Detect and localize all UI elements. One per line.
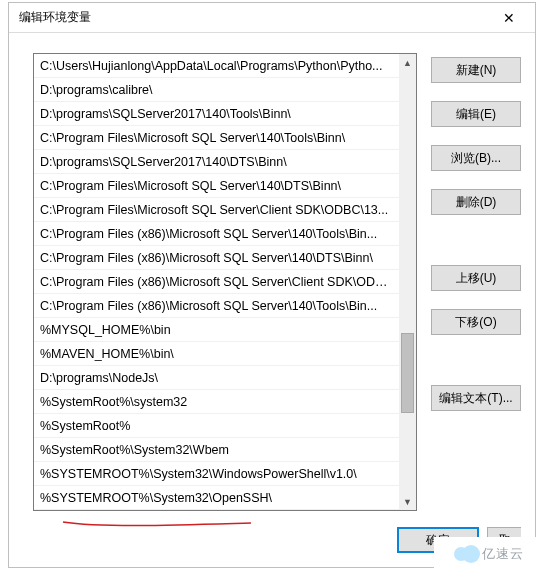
list-item[interactable]: %SystemRoot%\System32\Wbem [34, 438, 399, 462]
list-item[interactable]: D:\programs\mingw64\bin [34, 510, 399, 511]
list-item[interactable]: C:\Program Files (x86)\Microsoft SQL Ser… [34, 246, 399, 270]
list-item[interactable]: %SYSTEMROOT%\System32\OpenSSH\ [34, 486, 399, 510]
path-listbox[interactable]: C:\Users\Hujianlong\AppData\Local\Progra… [33, 53, 417, 511]
titlebar[interactable]: 编辑环境变量 ✕ [9, 3, 535, 33]
dialog-content: C:\Users\Hujianlong\AppData\Local\Progra… [9, 33, 535, 567]
browse-button[interactable]: 浏览(B)... [431, 145, 521, 171]
list-item[interactable]: C:\Program Files\Microsoft SQL Server\Cl… [34, 198, 399, 222]
list-item[interactable]: C:\Program Files (x86)\Microsoft SQL Ser… [34, 222, 399, 246]
scroll-thumb[interactable] [401, 333, 414, 413]
scroll-track[interactable] [399, 71, 416, 493]
move-down-button[interactable]: 下移(O) [431, 309, 521, 335]
list-item[interactable]: D:\programs\calibre\ [34, 78, 399, 102]
edit-button[interactable]: 编辑(E) [431, 101, 521, 127]
watermark: 亿速云 [434, 537, 544, 571]
close-button[interactable]: ✕ [489, 4, 529, 32]
cloud-icon [454, 545, 478, 563]
action-buttons: 新建(N) 编辑(E) 浏览(B)... 删除(D) 上移(U) 下移(O) 编… [431, 53, 521, 511]
delete-button[interactable]: 删除(D) [431, 189, 521, 215]
list-item[interactable]: D:\programs\NodeJs\ [34, 366, 399, 390]
list-item[interactable]: C:\Program Files (x86)\Microsoft SQL Ser… [34, 294, 399, 318]
red-underline-annotation [62, 519, 252, 533]
list-item[interactable]: C:\Program Files\Microsoft SQL Server\14… [34, 174, 399, 198]
move-up-button[interactable]: 上移(U) [431, 265, 521, 291]
env-var-dialog: 编辑环境变量 ✕ C:\Users\Hujianlong\AppData\Loc… [8, 2, 536, 568]
list-item[interactable]: %MYSQL_HOME%\bin [34, 318, 399, 342]
list-item[interactable]: D:\programs\SQLServer2017\140\Tools\Binn… [34, 102, 399, 126]
dialog-title: 编辑环境变量 [19, 9, 489, 26]
scroll-up-button[interactable]: ▲ [399, 54, 416, 71]
list-item[interactable]: %SystemRoot% [34, 414, 399, 438]
list-item[interactable]: %SYSTEMROOT%\System32\WindowsPowerShell\… [34, 462, 399, 486]
scrollbar[interactable]: ▲ ▼ [399, 54, 416, 510]
list-item[interactable]: D:\programs\SQLServer2017\140\DTS\Binn\ [34, 150, 399, 174]
scroll-down-button[interactable]: ▼ [399, 493, 416, 510]
new-button[interactable]: 新建(N) [431, 57, 521, 83]
list-item[interactable]: C:\Users\Hujianlong\AppData\Local\Progra… [34, 54, 399, 78]
list-item[interactable]: %MAVEN_HOME%\bin\ [34, 342, 399, 366]
watermark-text: 亿速云 [482, 545, 524, 563]
list-item[interactable]: %SystemRoot%\system32 [34, 390, 399, 414]
list-item[interactable]: C:\Program Files (x86)\Microsoft SQL Ser… [34, 270, 399, 294]
edit-text-button[interactable]: 编辑文本(T)... [431, 385, 521, 411]
list-item[interactable]: C:\Program Files\Microsoft SQL Server\14… [34, 126, 399, 150]
